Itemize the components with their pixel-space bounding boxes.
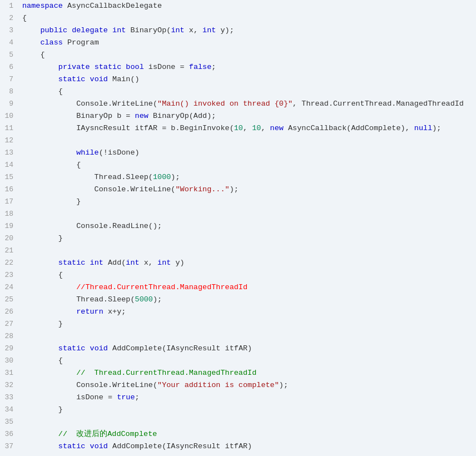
line-number: 7 — [0, 73, 20, 86]
line-number: 8 — [0, 86, 20, 98]
line-content: { — [20, 355, 476, 367]
table-row: 18 — [0, 208, 476, 220]
line-content: isDone = true; — [20, 391, 476, 404]
line-number: 31 — [0, 367, 20, 379]
line-number: 15 — [0, 171, 20, 184]
line-content: return x+y; — [20, 306, 476, 318]
line-number: 16 — [0, 184, 20, 196]
code-editor: 1namespace AsyncCallbackDelegate2{3 publ… — [0, 0, 476, 456]
line-content — [20, 245, 476, 257]
line-number: 32 — [0, 379, 20, 391]
line-number: 13 — [0, 147, 20, 159]
table-row: 20 } — [0, 232, 476, 245]
code-table: 1namespace AsyncCallbackDelegate2{3 publ… — [0, 0, 476, 453]
table-row: 34 } — [0, 404, 476, 416]
line-content: BinaryOp b = new BinaryOp(Add); — [20, 110, 476, 122]
line-content: static void AddComplete(IAsyncResult itf… — [20, 440, 476, 453]
table-row: 11 IAysncResult itfAR = b.BeginInvoke(10… — [0, 122, 476, 135]
line-number: 37 — [0, 440, 20, 453]
line-content: while(!isDone) — [20, 147, 476, 159]
line-content: { — [20, 49, 476, 61]
table-row: 2{ — [0, 12, 476, 24]
line-number: 29 — [0, 343, 20, 355]
line-content: Console.WriteLine("Your addition is comp… — [20, 379, 476, 391]
line-number: 14 — [0, 159, 20, 171]
table-row: 4 class Program — [0, 37, 476, 49]
line-number: 33 — [0, 391, 20, 404]
line-content: Thread.Sleep(5000); — [20, 294, 476, 306]
table-row: 19 Console.ReadLine(); — [0, 220, 476, 232]
line-number: 34 — [0, 404, 20, 416]
line-content: Console.WriteLine("Working..."); — [20, 184, 476, 196]
table-row: 3 public delegate int BinaryOp(int x, in… — [0, 24, 476, 37]
line-content: namespace AsyncCallbackDelegate — [20, 0, 476, 12]
line-number: 35 — [0, 416, 20, 428]
line-content: private static bool isDone = false; — [20, 61, 476, 73]
table-row: 28 — [0, 330, 476, 343]
line-number: 4 — [0, 37, 20, 49]
table-row: 26 return x+y; — [0, 306, 476, 318]
table-row: 25 Thread.Sleep(5000); — [0, 294, 476, 306]
table-row: 12 — [0, 135, 476, 147]
line-number: 24 — [0, 281, 20, 294]
line-content: { — [20, 12, 476, 24]
line-content: public delegate int BinaryOp(int x, int … — [20, 24, 476, 37]
table-row: 27 } — [0, 318, 476, 330]
line-number: 27 — [0, 318, 20, 330]
line-content: // Thread.CurrentThread.ManagedThreadId — [20, 367, 476, 379]
line-content: static void AddComplete(IAsyncResult itf… — [20, 343, 476, 355]
table-row: 36 // 改进后的AddComplete — [0, 428, 476, 440]
line-content: //Thread.CurrentThread.ManagedThreadId — [20, 281, 476, 294]
line-content: // 改进后的AddComplete — [20, 428, 476, 440]
line-number: 6 — [0, 61, 20, 73]
line-content: { — [20, 269, 476, 281]
line-number: 9 — [0, 98, 20, 110]
table-row: 17 } — [0, 196, 476, 208]
line-content: static int Add(int x, int y) — [20, 257, 476, 269]
line-number: 11 — [0, 122, 20, 135]
table-row: 37 static void AddComplete(IAsyncResult … — [0, 440, 476, 453]
table-row: 14 { — [0, 159, 476, 171]
line-number: 36 — [0, 428, 20, 440]
table-row: 6 private static bool isDone = false; — [0, 61, 476, 73]
line-content — [20, 208, 476, 220]
table-row: 13 while(!isDone) — [0, 147, 476, 159]
table-row: 31 // Thread.CurrentThread.ManagedThread… — [0, 367, 476, 379]
line-number: 30 — [0, 355, 20, 367]
line-number: 10 — [0, 110, 20, 122]
table-row: 35 — [0, 416, 476, 428]
table-row: 22 static int Add(int x, int y) — [0, 257, 476, 269]
table-row: 24 //Thread.CurrentThread.ManagedThreadI… — [0, 281, 476, 294]
line-number: 18 — [0, 208, 20, 220]
line-content: } — [20, 404, 476, 416]
line-content: IAysncResult itfAR = b.BeginInvoke(10, 1… — [20, 122, 476, 135]
table-row: 32 Console.WriteLine("Your addition is c… — [0, 379, 476, 391]
table-row: 5 { — [0, 49, 476, 61]
table-row: 16 Console.WriteLine("Working..."); — [0, 184, 476, 196]
line-content: } — [20, 232, 476, 245]
line-content — [20, 416, 476, 428]
line-content: } — [20, 318, 476, 330]
line-number: 23 — [0, 269, 20, 281]
table-row: 10 BinaryOp b = new BinaryOp(Add); — [0, 110, 476, 122]
line-number: 21 — [0, 245, 20, 257]
line-content: { — [20, 86, 476, 98]
line-number: 5 — [0, 49, 20, 61]
table-row: 9 Console.WriteLine("Main() invoked on t… — [0, 98, 476, 110]
line-number: 19 — [0, 220, 20, 232]
line-content: { — [20, 159, 476, 171]
table-row: 23 { — [0, 269, 476, 281]
table-row: 8 { — [0, 86, 476, 98]
line-number: 28 — [0, 330, 20, 343]
line-number: 25 — [0, 294, 20, 306]
line-content: Console.ReadLine(); — [20, 220, 476, 232]
line-number: 1 — [0, 0, 20, 12]
line-number: 2 — [0, 12, 20, 24]
table-row: 30 { — [0, 355, 476, 367]
line-number: 26 — [0, 306, 20, 318]
line-content: static void Main() — [20, 73, 476, 86]
line-number: 12 — [0, 135, 20, 147]
line-number: 22 — [0, 257, 20, 269]
line-content — [20, 330, 476, 343]
line-content: class Program — [20, 37, 476, 49]
